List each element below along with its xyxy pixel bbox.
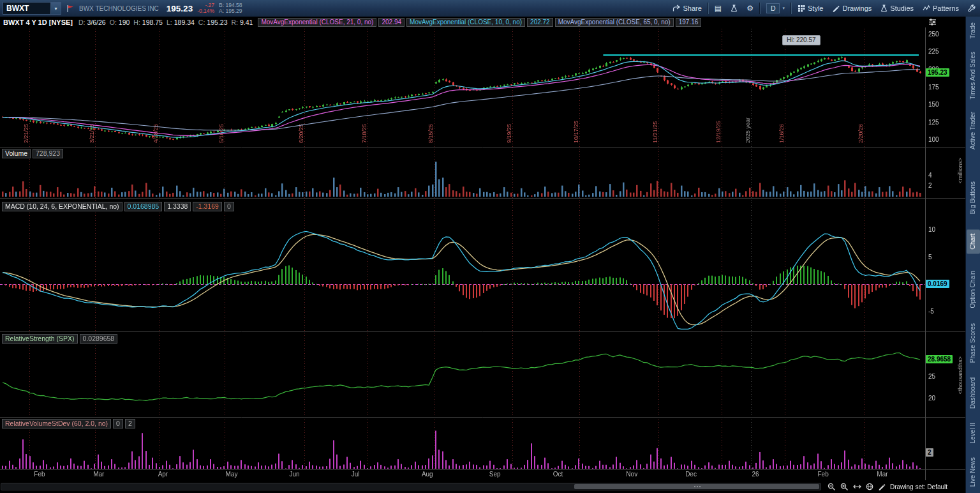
last-price: 195.23 (167, 4, 193, 13)
patterns-zigzag-icon (923, 4, 930, 12)
rvol-value-chip: 2 (125, 419, 135, 429)
macd-values: 0.01689851.3338-1.31690 (124, 202, 234, 211)
zoom-in-button[interactable] (840, 483, 849, 491)
rs-label[interactable]: RelativeStrength (SPX) (2, 334, 78, 344)
macd-value-chip: 0.0168985 (124, 202, 163, 211)
flag-icon[interactable] (66, 4, 74, 13)
ohlc-field-value: 189.34 (174, 19, 195, 26)
bottom-bar: Drawing set: Default (0, 480, 965, 493)
chart-canvas[interactable] (0, 27, 965, 480)
toolbar-separator (708, 3, 709, 14)
share-label: Share (683, 4, 701, 12)
sidebar-tabs: TradeTimes And SalesActive TraderBig But… (966, 18, 980, 491)
drawing-pencil-button[interactable] (878, 483, 886, 490)
drawings-label: Drawings (842, 4, 872, 12)
sidebar-tab-phase-scores[interactable]: Phase Scores (967, 319, 980, 367)
change-percent: -0.14% (197, 8, 214, 14)
symbol-dropdown-button[interactable]: ▾ (50, 3, 61, 14)
studies-flask-icon (880, 4, 887, 12)
ohlc-field-label: H: (133, 19, 140, 26)
macd-value-chip: -1.3169 (193, 202, 222, 211)
chart-tools-icon[interactable] (928, 18, 937, 26)
setup-button[interactable] (963, 0, 980, 17)
toolbar-separator (791, 3, 792, 14)
scrollbar-thumb[interactable] (574, 484, 819, 489)
macd-panel-header: MACD (10, 24, 6, EXPONENTIAL, no) 0.0168… (2, 201, 234, 211)
thinkorswim-app: BWXT ▾ BWX TECHNOLOGIES INC 195.23 -.27 … (0, 0, 980, 493)
right-sidebar: TradeTimes And SalesActive TraderBig But… (965, 17, 980, 493)
top-toolbar: BWXT ▾ BWX TECHNOLOGIES INC 195.23 -.27 … (0, 0, 980, 17)
style-button[interactable]: Style (793, 0, 828, 17)
sidebar-tab-chart[interactable]: Chart (967, 229, 980, 254)
sidebar-tab-big-buttons[interactable]: Big Buttons (967, 177, 980, 218)
chart-title: BWXT 4 Y 1D [NYSE] (3, 19, 73, 26)
ohlc-field-label: O: (110, 19, 117, 26)
rvol-label[interactable]: RelativeVolumeStDev (60, 2.0, no) (2, 419, 111, 429)
drawings-button[interactable]: Drawings (828, 0, 876, 17)
style-label: Style (808, 4, 823, 12)
ask-value: A: 195.29 (219, 8, 242, 14)
patterns-label: Patterns (933, 4, 959, 12)
ma-study-label[interactable]: MovAvgExponential (CLOSE, 21, 0, no) (258, 18, 376, 27)
rvol-values: 02 (113, 419, 135, 429)
volume-label[interactable]: Volume (2, 149, 31, 158)
chart-scrollbar[interactable] (1, 483, 821, 490)
zoom-out-button[interactable] (828, 483, 836, 491)
timeframe-value: D (766, 3, 780, 13)
wrench-icon (968, 4, 976, 12)
rs-value: 0.0289658 (80, 334, 118, 344)
ohlc-field-label: C: (198, 19, 205, 26)
analyze-button[interactable] (726, 0, 742, 17)
bid-ask-stack: B: 194.58 A: 195.29 (219, 3, 242, 14)
gear-icon: ⚙ (746, 4, 754, 12)
ohlc-field-label: L: (167, 19, 172, 26)
sidebar-tab-trade[interactable]: Trade (967, 18, 980, 43)
chart-area[interactable]: Volume 728,923 MACD (10, 24, 6, EXPONENT… (0, 27, 965, 480)
ma-study-value: 202.94 (378, 18, 405, 27)
toolbar-right-group: Share ▤ ⚙ D ▾ Style Drawings (668, 0, 980, 17)
sidebar-tab-option-chain[interactable]: Option Chain (967, 266, 980, 312)
sidebar-tab-times-and-sales[interactable]: Times And Sales (967, 47, 980, 104)
sidebar-tab-live-news[interactable]: Live News (967, 453, 980, 491)
drawing-set-label[interactable]: Drawing set: Default (890, 483, 947, 490)
change-stack: -.27 -0.14% (197, 3, 214, 14)
rvol-panel-header: RelativeVolumeStDev (60, 2.0, no) 02 (2, 418, 135, 429)
ma-study-value: 202.72 (527, 18, 553, 27)
app-settings-button[interactable]: ⚙ (742, 0, 758, 17)
ohlc-field-label: R: (231, 19, 238, 26)
share-button[interactable]: Share (668, 0, 706, 17)
ma-study-label[interactable]: MovAvgExponential (CLOSE, 10, 0, no) (406, 18, 525, 27)
sidebar-tab-level-ii[interactable]: Level II (967, 418, 980, 448)
bottom-right-controls: Drawing set: Default (828, 483, 947, 491)
ma-study-label[interactable]: MovAvgExponential (CLOSE, 65, 0, no) (555, 18, 674, 27)
patterns-button[interactable]: Patterns (918, 0, 963, 17)
ohlc-field-value: 190 (119, 19, 130, 26)
studies-label: Studies (890, 4, 914, 12)
symbol-value: BWXT (3, 3, 50, 14)
macd-value-chip: 1.3338 (164, 202, 191, 211)
volume-value: 728,923 (33, 149, 63, 158)
rvol-value-chip: 0 (113, 419, 123, 429)
sidebar-tab-dashboard[interactable]: Dashboard (967, 373, 980, 413)
company-name: BWX TECHNOLOGIES INC (79, 5, 159, 12)
pan-left-right-button[interactable] (853, 483, 861, 490)
volume-panel-header: Volume 728,923 (2, 148, 63, 158)
reports-button[interactable]: ▤ (710, 0, 726, 17)
timeframe-button[interactable]: D ▾ (762, 0, 789, 17)
rs-panel-header: RelativeStrength (SPX) 0.0289658 (2, 333, 117, 344)
style-grid-icon (798, 4, 805, 12)
sidebar-tab-active-trader[interactable]: Active Trader (967, 107, 980, 154)
ohlc-fields: D:3/6/26O:190H:198.75L:189.34C:195.23R:9… (78, 19, 255, 26)
flask-icon (731, 4, 738, 12)
calendar-icon: ▤ (715, 4, 722, 12)
studies-button[interactable]: Studies (876, 0, 918, 17)
ohlc-field-value: 198.75 (142, 19, 163, 26)
macd-label[interactable]: MACD (10, 24, 6, EXPONENTIAL, no) (2, 202, 122, 211)
toolbar-separator (759, 3, 761, 14)
chevron-down-icon: ▾ (782, 6, 785, 11)
share-icon (672, 4, 680, 12)
ohlc-field-value: 3/6/26 (87, 19, 106, 26)
globe-button[interactable] (866, 483, 873, 490)
symbol-input[interactable]: BWXT ▾ (3, 2, 61, 15)
ohlc-field-label: D: (78, 19, 85, 26)
